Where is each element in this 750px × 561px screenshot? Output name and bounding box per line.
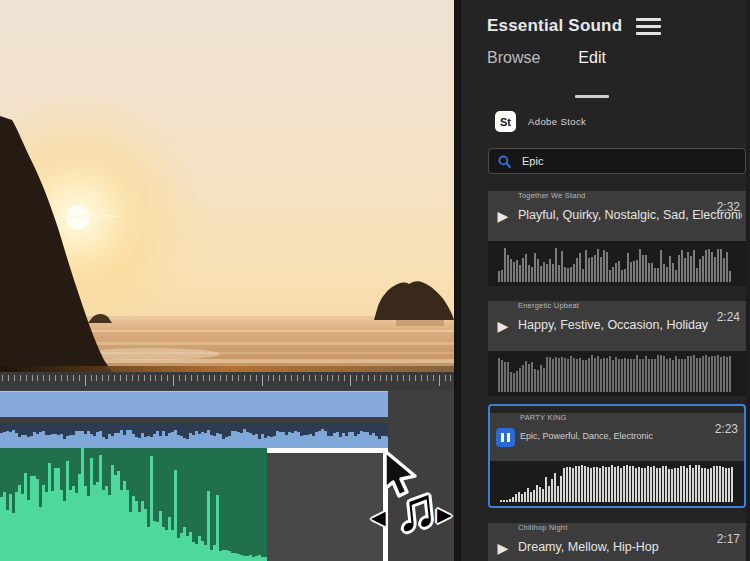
audio-clip-a2[interactable] <box>0 448 267 561</box>
panel-divider <box>454 0 461 561</box>
premiere-workspace: ♫ ◀ ▶ Essential Sound Browse Edit St Ado… <box>0 0 750 561</box>
adobe-stock-label: Adobe Stock <box>528 116 586 127</box>
sound-card[interactable]: ▶ Energetic Upbeat Happy, Festive, Occas… <box>488 294 746 396</box>
play-button[interactable]: ▶ <box>488 191 518 241</box>
left-drag-arrow-icon: ◀ <box>371 508 386 527</box>
program-monitor <box>0 0 460 372</box>
page-title: Essential Sound <box>487 16 622 36</box>
play-icon: ▶ <box>498 208 509 224</box>
track-duration: 2:24 <box>717 310 740 324</box>
sound-card[interactable]: ▶ Chillhop Night Dreamy, Mellow, Hip-Hop… <box>488 516 746 561</box>
tab-edit[interactable]: Edit <box>578 49 606 84</box>
audio-waveform-a2 <box>0 448 267 561</box>
track-waveform[interactable] <box>490 461 744 506</box>
track-waveform[interactable] <box>488 241 746 286</box>
track-tags: Dreamy, Mellow, Hip-Hop <box>518 540 742 554</box>
track-tags: Epic, Powerful, Dance, Electronic <box>520 431 744 441</box>
music-note-drag-icon: ♫ <box>391 478 440 540</box>
panel-menu-icon[interactable] <box>636 18 661 35</box>
track-duration: 2:17 <box>717 532 740 546</box>
track-duration: 2:23 <box>715 422 738 436</box>
track-title: Energetic Upbeat <box>518 301 746 310</box>
video-clip[interactable] <box>0 391 388 417</box>
track-duration: 2:32 <box>717 200 740 214</box>
track-title: Together We Stand <box>518 191 746 200</box>
play-button[interactable]: ▶ <box>488 523 518 561</box>
play-icon: ▶ <box>498 318 509 334</box>
adobe-stock-badge-icon: St <box>495 111 516 132</box>
search-box[interactable] <box>488 148 746 174</box>
track-title: Chillhop Night <box>518 523 746 532</box>
track-waveform[interactable] <box>488 351 746 396</box>
right-gutter <box>746 0 750 561</box>
right-drag-arrow-icon: ▶ <box>437 505 452 524</box>
tab-bar: Browse Edit <box>461 36 750 84</box>
play-icon: ▶ <box>498 540 509 556</box>
audio-waveform-a1 <box>0 423 388 448</box>
drop-target-outline <box>267 448 388 561</box>
sound-card[interactable]: ▶ Together We Stand Playful, Quirky, Nos… <box>488 184 746 286</box>
tab-browse[interactable]: Browse <box>487 49 540 84</box>
track-tags: Happy, Festive, Occasion, Holiday <box>518 318 742 332</box>
play-button[interactable]: ▶ <box>488 301 518 351</box>
search-input[interactable] <box>520 154 720 168</box>
pause-button[interactable]: ▶ <box>490 413 520 461</box>
adobe-stock-row: St Adobe Stock <box>495 111 750 132</box>
audio-clip-a1[interactable] <box>0 423 388 448</box>
track-title: PARTY KING <box>520 413 744 422</box>
timeline-ruler[interactable] <box>0 372 460 390</box>
search-icon <box>498 155 511 168</box>
sound-card[interactable]: ▶ PARTY KING Epic, Powerful, Dance, Elec… <box>488 404 746 508</box>
track-list: ▶ Together We Stand Playful, Quirky, Nos… <box>488 184 746 561</box>
pause-icon <box>496 428 515 447</box>
essential-sound-panel: Essential Sound Browse Edit St Adobe Sto… <box>461 0 750 561</box>
track-tags: Playful, Quirky, Nostalgic, Sad, Electro… <box>518 208 742 222</box>
